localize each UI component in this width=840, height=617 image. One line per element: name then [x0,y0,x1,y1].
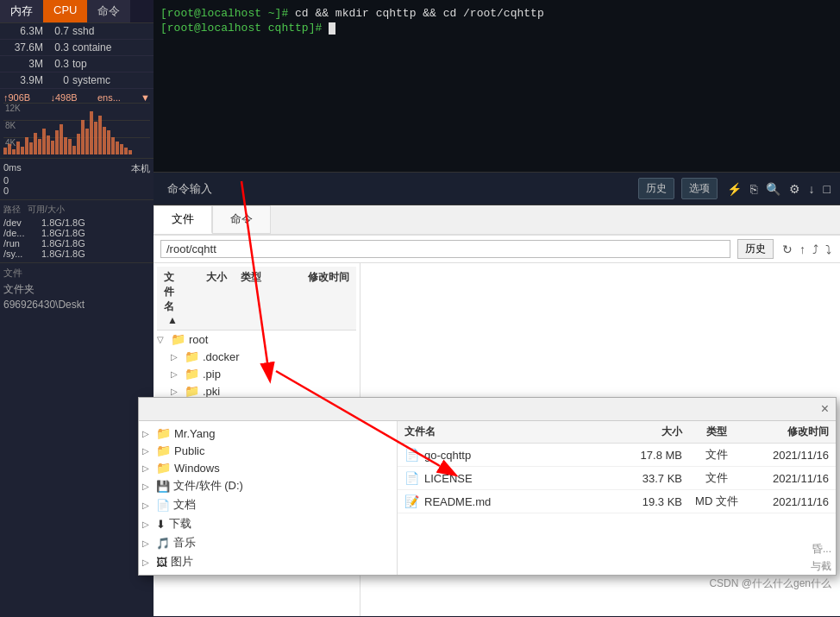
folder-icon: 📁 [185,384,199,398]
bar [34,133,37,154]
overlay-files: 文件名 大小 类型 修改时间 📄 go-cqhttp 17.8 MB 文件 20… [398,421,836,575]
fm-history-button[interactable]: 历史 [737,239,774,259]
process-table: 6.3M 0.7 sshd 37.6M 0.3 containe 3M 0.3 … [0,23,154,89]
folder-icon: 📁 [156,426,171,440]
gear-icon[interactable]: ⚙ [787,180,803,198]
sidebar-tab-mem[interactable]: 内存 [0,0,43,22]
sidebar-tab-cmd[interactable]: 命令 [87,0,130,22]
file-row-license[interactable]: 📄 LICENSE 33.7 KB 文件 2021/11/16 [398,467,836,490]
folder-icon: 📁 [185,367,199,381]
prompt: [root@localhost ~]# [160,7,295,20]
bar [72,146,76,154]
proc-cpu: 0.3 [47,41,72,54]
tree-item-docs[interactable]: ▷ 📄 文档 [142,495,393,514]
fm-path-bar: 历史 ↻ ↑ ⤴ ⤵ [154,236,840,263]
tree-item-root[interactable]: ▽ 📁 root [157,331,356,348]
table-row[interactable]: 6.3M 0.7 sshd [0,23,154,40]
bar [77,134,80,154]
fs-size: 1.8G/1.8G [41,228,150,238]
proc-name: containe [72,41,150,54]
bar [55,130,59,154]
table-row[interactable]: 3M 0.3 top [0,56,154,72]
expand-icon: ▽ [157,335,167,344]
file-row-readme[interactable]: 📝 README.md 19.3 KB MD 文件 2021/11/16 [398,490,836,513]
sidebar-tab-cpu[interactable]: CPU [43,0,87,22]
refresh-icon[interactable]: ↻ [780,241,794,258]
lightning-icon[interactable]: ⚡ [724,180,744,198]
file-icon: 📄 [404,448,419,462]
window-icon[interactable]: □ [821,180,833,198]
tree-item-label: Windows [174,462,220,475]
history-button[interactable]: 历史 [638,178,674,199]
tree-item-windows[interactable]: ▷ 📁 Windows [142,459,393,476]
upload-icon[interactable]: ⤴ [811,241,820,258]
folder-icon: 📁 [156,444,171,457]
fm-tab-cmd[interactable]: 命令 [212,205,271,234]
copy-icon[interactable]: ⎘ [748,180,760,198]
download-icon[interactable]: ⤵ [824,241,833,258]
fs-row[interactable]: /run 1.8G/1.8G [3,238,150,249]
tree-item-public[interactable]: ▷ 📁 Public [142,442,393,459]
tree-item-label: 音乐 [173,535,196,551]
upload-stat: ↑906B [3,92,30,103]
tree-item-disk-d[interactable]: ▷ 💾 文件/软件 (D:) [142,476,393,495]
file-size: 19.3 KB [613,495,682,508]
bar [94,122,97,154]
fm-tab-files[interactable]: 文件 [154,205,212,234]
chevron-down-icon[interactable]: ▼ [141,92,150,103]
fs-size: 1.8G/1.8G [41,249,150,259]
bar [111,137,115,154]
sidebar: 内存 CPU 命令 6.3M 0.7 sshd 37.6M 0.3 contai… [0,0,154,617]
sidebar-extra-label1: 与截 [811,559,831,574]
tree-item-label: 文档 [173,497,196,513]
tree-item-label: .docker [203,350,240,363]
tree-item-docker[interactable]: ▷ 📁 .docker [171,348,356,365]
proc-name: top [72,58,150,70]
markdown-icon: 📝 [404,494,419,508]
interface-label: ens... [97,92,121,103]
tree-item-music[interactable]: ▷ 🎵 音乐 [142,533,393,552]
file-row-gocqhttp[interactable]: 📄 go-cqhttp 17.8 MB 文件 2021/11/16 [398,444,836,467]
overlay-tree: ▷ 📁 Mr.Yang ▷ 📁 Public ▷ 📁 Windows ▷ 💾 文… [139,421,398,575]
file-date: 2021/11/16 [751,472,829,485]
net-counter: 0 [3,175,150,186]
cmd-icons: ⚡ ⎘ 🔍 ⚙ ↓ □ [724,180,833,198]
fm-path-input[interactable] [160,240,730,258]
cursor [329,22,335,35]
file-size: 17.8 MB [613,449,682,462]
cmd-input-label: 命令输入 [160,181,219,197]
fs-row[interactable]: /dev 1.8G/1.8G [3,217,150,228]
folder-icon: 📁 [156,461,171,475]
expand-icon: ▷ [171,352,181,362]
bar [103,127,106,154]
table-row[interactable]: 3.9M 0 systemc [0,72,154,89]
col-date-header: 修改时间 [751,425,829,439]
expand-icon: ▷ [142,519,153,529]
file-type: 文件 [682,447,751,463]
tree-item-label: Public [174,444,204,457]
prompt: [root@localhost cqhttp]# [160,22,329,35]
tree-item-downloads[interactable]: ▷ ⬇ 下载 [142,514,393,533]
search-icon[interactable]: 🔍 [763,180,783,198]
close-button[interactable]: × [821,401,829,417]
tree-item-pip[interactable]: ▷ 📁 .pip [171,365,356,382]
up-icon[interactable]: ↑ [798,241,807,258]
folder-path[interactable]: 696926430\Deskt [3,298,150,312]
fs-path: /de... [3,228,38,238]
tree-item-mryang[interactable]: ▷ 📁 Mr.Yang [142,425,393,442]
overlay-col-header: 文件名 大小 类型 修改时间 [398,421,836,444]
files-header: 文件 [3,267,150,280]
fs-size: 1.8G/1.8G [41,217,150,228]
fs-col-path: 路径 [3,204,21,216]
table-row[interactable]: 37.6M 0.3 containe [0,40,154,56]
tree-item-pictures[interactable]: ▷ 🖼 图片 [142,552,393,571]
fs-row[interactable]: /sy... 1.8G/1.8G [3,249,150,259]
download-icon: ⬇ [156,518,166,531]
download-icon[interactable]: ↓ [806,180,818,198]
overlay-titlebar: × [139,398,836,421]
options-button[interactable]: 选项 [681,178,718,199]
folder-icon: 📁 [171,332,185,346]
bar [16,142,20,154]
file-size: 33.7 KB [613,472,682,485]
fs-row[interactable]: /de... 1.8G/1.8G [3,228,150,238]
